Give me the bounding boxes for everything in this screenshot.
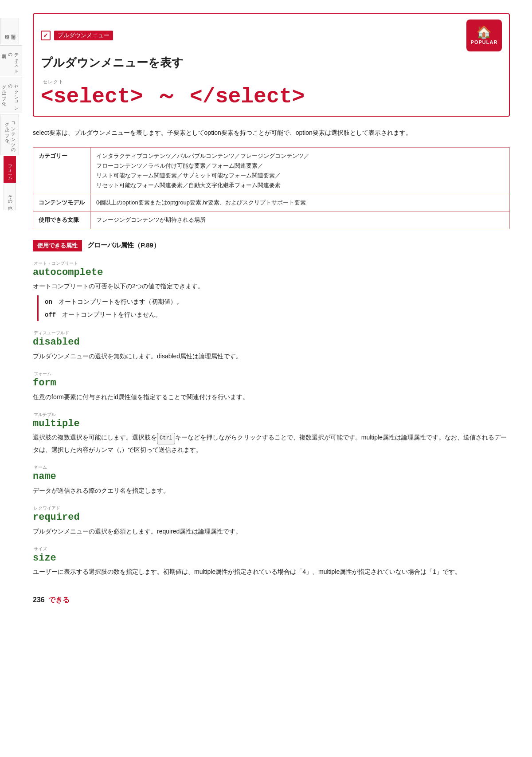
- attr-furigana-disabled: ディスエーブルド: [34, 330, 510, 336]
- autocomplete-off: off オートコンプリートを行いません。: [45, 308, 510, 321]
- sidebar-item-kankei[interactable]: 関連印刷: [0, 18, 19, 44]
- page: 関連印刷 テキストの定義 セクションのグルーブ化 コンテンツのグルーブ化 フォー…: [0, 0, 532, 757]
- attr-desc-name: データが送信される際のクエリ名を指定します。: [33, 485, 510, 496]
- header-title: プルダウンメニューを表す: [41, 55, 502, 71]
- attr-name-form: form: [33, 377, 56, 388]
- header-tag-row: プルダウンメニュー: [41, 31, 113, 40]
- attribute-form: フォーム form 任意のform要素に付与されたid属性値を指定することで関連…: [33, 371, 510, 403]
- sidebar-item-form[interactable]: フォーム: [4, 156, 16, 183]
- ctrl-key-badge: Ctrl: [157, 433, 175, 444]
- attr-desc-size: ユーザーに表示する選択肢の数を指定します。初期値は、multiple属性が指定さ…: [33, 566, 510, 577]
- description: select要素は、プルダウンメニューを表します。子要素としてoption要素を…: [33, 127, 510, 138]
- table-label-category: カテゴリー: [33, 147, 91, 194]
- attr-desc-autocomplete: オートコンプリートの可否を以下の2つの値で指定できます。: [33, 281, 510, 292]
- attr-desc-form: 任意のform要素に付与されたid属性値を指定することで関連付けを行います。: [33, 392, 510, 403]
- attr-furigana-form: フォーム: [34, 371, 510, 377]
- furigana: セレクト: [43, 78, 502, 85]
- popular-label: POPULAR: [471, 39, 498, 45]
- table-value-category: インタラクティブコンテンツ／パルパブルコンテンツ／フレージングコンテンツ／フロー…: [91, 147, 510, 194]
- sidebar-item-contents[interactable]: コンテンツのグルーブ化: [0, 114, 19, 155]
- attribute-disabled: ディスエーブルド disabled プルダウンメニューの選択を無効にします。di…: [33, 330, 510, 362]
- attr-name-name: name: [33, 471, 56, 482]
- attr-furigana-required: レクワイアド: [34, 505, 510, 511]
- kw-on: on: [45, 298, 52, 306]
- sidebar-item-other[interactable]: その他: [4, 184, 16, 210]
- info-table: カテゴリー インタラクティブコンテンツ／パルパブルコンテンツ／フレージングコンテ…: [33, 147, 510, 229]
- kw-off: off: [45, 311, 56, 318]
- table-value-model: 0個以上のoption要素またはoptgroup要素,hr要素、およびスクリプト…: [91, 194, 510, 212]
- attr-desc-multiple: 選択肢の複数選択を可能にします。選択肢をCtrlキーなどを押しながらクリックする…: [33, 432, 510, 455]
- checkbox-icon: [41, 31, 51, 40]
- popular-badge: 🏠 POPULAR: [466, 20, 502, 51]
- attribute-name: ネーム name データが送信される際のクエリ名を指定します。: [33, 464, 510, 496]
- sidebar-item-tekisu[interactable]: テキストの定義: [0, 45, 22, 76]
- attribute-required: レクワイアド required プルダウンメニューの選択を必須とします。requ…: [33, 505, 510, 537]
- attributes-badge: 使用できる属性: [33, 240, 82, 251]
- attributes-header: 使用できる属性 グローバル属性（P.89）: [33, 240, 510, 251]
- attr-furigana-name: ネーム: [34, 464, 510, 471]
- autocomplete-on: on オートコンプリートを行います（初期値）。: [45, 295, 510, 308]
- attr-name-size: size: [33, 553, 56, 564]
- page-number: 236: [33, 596, 45, 604]
- attr-furigana-autocomplete: オート・コンプリート: [34, 260, 510, 267]
- attr-name-multiple: multiple: [33, 418, 80, 429]
- attr-name-required: required: [33, 512, 80, 523]
- attr-name-autocomplete: autocomplete: [33, 267, 103, 278]
- header-top: プルダウンメニュー 🏠 POPULAR: [41, 20, 502, 51]
- header-category: プルダウンメニュー: [54, 31, 113, 40]
- attribute-multiple: マルチプル multiple 選択肢の複数選択を可能にします。選択肢をCtrlキ…: [33, 412, 510, 455]
- attributes-global: グローバル属性（P.89）: [87, 241, 160, 250]
- header-box: プルダウンメニュー 🏠 POPULAR プルダウンメニューを表す セレクト <s…: [33, 13, 510, 117]
- table-row: コンテンツモデル 0個以上のoption要素またはoptgroup要素,hr要素…: [33, 194, 510, 212]
- code-block: セレクト <select> ～ </select>: [41, 75, 502, 109]
- page-brand: できる: [48, 596, 70, 605]
- table-row: カテゴリー インタラクティブコンテンツ／パルパブルコンテンツ／フレージングコンテ…: [33, 147, 510, 194]
- table-label-context: 使用できる文脈: [33, 212, 91, 229]
- attr-desc-disabled: プルダウンメニューの選択を無効にします。disabled属性は論理属性です。: [33, 351, 510, 362]
- popular-house-icon: 🏠: [476, 26, 492, 39]
- attr-name-disabled: disabled: [33, 337, 80, 348]
- sidebar-item-section[interactable]: セクションのグルーブ化: [0, 77, 22, 113]
- attribute-size: サイズ size ユーザーに表示する選択肢の数を指定します。初期値は、multi…: [33, 546, 510, 578]
- attr-furigana-multiple: マルチプル: [34, 412, 510, 418]
- attr-furigana-size: サイズ: [34, 546, 510, 552]
- table-row: 使用できる文脈 フレージングコンテンツが期待される場所: [33, 212, 510, 229]
- page-footer: 236 できる: [33, 591, 510, 605]
- table-value-context: フレージングコンテンツが期待される場所: [91, 212, 510, 229]
- autocomplete-values: on オートコンプリートを行います（初期値）。 off オートコンプリートを行い…: [37, 295, 510, 321]
- attribute-autocomplete: オート・コンプリート autocomplete オートコンプリートの可否を以下の…: [33, 260, 510, 322]
- table-label-model: コンテンツモデル: [33, 194, 91, 212]
- attr-desc-required: プルダウンメニューの選択を必須とします。required属性は論理属性です。: [33, 526, 510, 537]
- main-content: プルダウンメニュー 🏠 POPULAR プルダウンメニューを表す セレクト <s…: [20, 0, 532, 757]
- side-tabs: 関連印刷 テキストの定義 セクションのグルーブ化 コンテンツのグルーブ化 フォー…: [0, 0, 20, 757]
- code-main: <select> ～ </select>: [41, 85, 502, 109]
